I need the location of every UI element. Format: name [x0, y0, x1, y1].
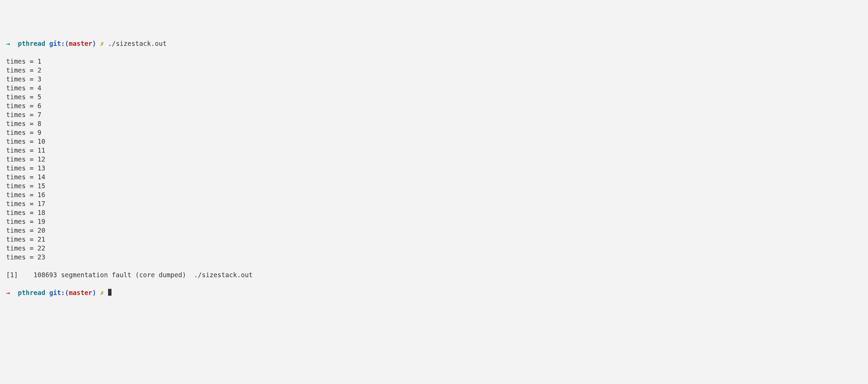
output-line: times = 11: [6, 146, 862, 155]
command-text: ./sizestack.out: [108, 40, 167, 47]
output-line: times = 18: [6, 208, 862, 217]
git-prefix: git:(: [49, 40, 69, 47]
dirty-icon: ✗: [100, 40, 104, 47]
git-branch: master: [69, 40, 92, 47]
output-line: times = 1: [6, 57, 862, 66]
output-line: times = 2: [6, 66, 862, 75]
git-prefix: git:(: [49, 289, 69, 296]
output-line: times = 22: [6, 244, 862, 253]
output-line: times = 16: [6, 190, 862, 199]
cursor-icon: [108, 289, 111, 296]
output-line: times = 14: [6, 172, 862, 181]
cwd-name: pthread: [18, 289, 45, 296]
arrow-icon: →: [6, 289, 10, 296]
git-suffix: ): [92, 289, 96, 296]
output-line: times = 17: [6, 199, 862, 208]
output-line: times = 12: [6, 155, 862, 164]
prompt-line-1[interactable]: → pthread git:(master) ✗ ./sizestack.out: [6, 39, 862, 48]
output-line: times = 5: [6, 92, 862, 101]
output-line: times = 6: [6, 101, 862, 110]
prompt-line-2[interactable]: → pthread git:(master) ✗: [6, 288, 862, 297]
output-line: times = 23: [6, 253, 862, 261]
output-line: times = 4: [6, 84, 862, 92]
cwd-name: pthread: [18, 40, 45, 47]
output-line: times = 8: [6, 119, 862, 128]
output-line: times = 19: [6, 217, 862, 226]
arrow-icon: →: [6, 40, 10, 47]
output-line: times = 20: [6, 226, 862, 235]
segfault-line: [1] 108693 segmentation fault (core dump…: [6, 270, 862, 279]
output-line: times = 3: [6, 75, 862, 84]
terminal-output: times = 1times = 2times = 3times = 4time…: [6, 57, 862, 261]
output-line: times = 13: [6, 164, 862, 172]
output-line: times = 9: [6, 128, 862, 137]
output-line: times = 21: [6, 235, 862, 244]
output-line: times = 15: [6, 181, 862, 190]
output-line: times = 10: [6, 137, 862, 146]
git-suffix: ): [92, 40, 96, 47]
git-branch: master: [69, 289, 92, 296]
dirty-icon: ✗: [100, 289, 104, 296]
output-line: times = 7: [6, 110, 862, 119]
